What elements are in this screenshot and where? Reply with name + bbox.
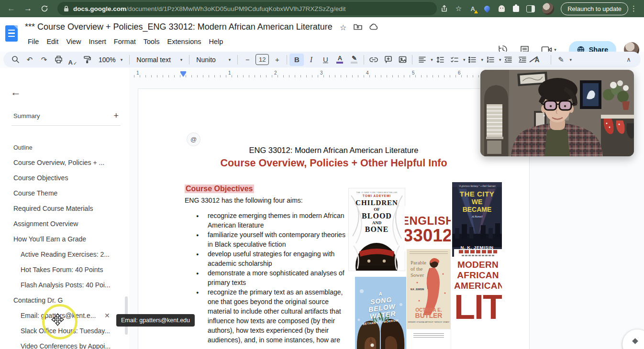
decrease-indent-icon[interactable] xyxy=(501,54,515,66)
book-subtitle: A Novel xyxy=(452,215,502,218)
outline-item[interactable]: Required Course Materials xyxy=(0,201,127,216)
book-quote: “A glorious fantasy.” —Neil Gaiman xyxy=(452,185,502,187)
indent-marker[interactable] xyxy=(180,73,186,77)
outline-item-label: Course Theme xyxy=(13,189,57,197)
document-page[interactable]: @ ENG 33012: Modern African American Lit… xyxy=(138,88,530,349)
book-blurb-author: N.K. JEMISIN xyxy=(411,288,424,291)
editing-mode-pen-icon[interactable]: ✎ xyxy=(554,54,568,66)
clear-formatting-icon[interactable]: A xyxy=(530,54,544,66)
browser-profile-avatar[interactable] xyxy=(542,3,554,15)
insert-link-icon[interactable] xyxy=(366,54,381,66)
browser-menu-icon[interactable]: ⋮ xyxy=(630,4,640,13)
menu-extensions[interactable]: Extensions xyxy=(164,36,205,47)
outline-item-label: Course Overview, Policies + ... xyxy=(13,159,104,166)
share-page-icon[interactable] xyxy=(437,5,452,12)
outline-item[interactable]: Assignment Overview xyxy=(0,216,127,231)
bookmark-star-icon[interactable]: ☆ xyxy=(452,4,466,13)
book-bottom-strip xyxy=(407,329,451,349)
extension-ghost-icon[interactable] xyxy=(497,4,506,13)
docs-toolbar: ↶ ↷ A✓ 100%▾ Normal text▾ Nunito▾ − 12 +… xyxy=(3,52,641,67)
text-color-icon[interactable]: A xyxy=(333,54,347,66)
align-icon[interactable] xyxy=(415,54,429,66)
numbered-list-icon[interactable] xyxy=(483,54,498,66)
outline-item[interactable]: Flash Analysis Posts: 40 Poi... xyxy=(0,277,127,293)
checklist-icon[interactable] xyxy=(447,54,462,66)
menu-tools[interactable]: Tools xyxy=(140,36,164,47)
extensions-puzzle-icon[interactable] xyxy=(511,4,520,13)
doc-heading: Course Overview, Policies + Other Helpfu… xyxy=(138,157,529,169)
outline-item[interactable]: Course Overview, Policies + ... xyxy=(0,155,127,170)
book-cover-children-of-blood-and-bone: THE #1 NEW YORK TIMES BESTSELLER TOMI AD… xyxy=(349,188,405,271)
font-size-input[interactable]: 12 xyxy=(255,54,269,65)
course-title-card: ENGLISH 33012 xyxy=(405,206,451,251)
outline-item[interactable]: Video Conferences by Appoi... xyxy=(0,338,127,349)
hide-menus-icon[interactable]: ∧ xyxy=(622,54,636,66)
close-outline-icon[interactable]: ← xyxy=(11,86,21,98)
ruler-number: 2 xyxy=(274,70,277,76)
webcam-video-overlay[interactable] xyxy=(480,70,634,156)
editing-mode-caret-icon[interactable]: ▾ xyxy=(569,57,572,62)
search-menus-icon[interactable] xyxy=(8,54,22,66)
relaunch-button[interactable]: Relaunch to update xyxy=(561,2,628,15)
bullet-dot-icon: ● xyxy=(196,287,208,345)
menu-help[interactable]: Help xyxy=(205,36,227,47)
star-document-icon[interactable]: ☆ xyxy=(340,23,346,32)
outline-item[interactable]: Course Objectives xyxy=(0,170,127,185)
line-spacing-icon[interactable] xyxy=(433,54,447,66)
extension-drop-icon[interactable] xyxy=(483,4,491,13)
ruler-number: 4 xyxy=(366,70,369,76)
outline-item-label: Video Conferences by Appoi... xyxy=(21,342,111,349)
bullet-item: ●demonstrate a more sophisticated analys… xyxy=(196,268,345,287)
redo-icon[interactable]: ↷ xyxy=(37,54,51,66)
paint-format-icon[interactable] xyxy=(80,54,94,66)
add-summary-icon[interactable]: + xyxy=(113,111,119,121)
side-panel-icon[interactable] xyxy=(526,5,535,12)
insert-image-icon[interactable] xyxy=(395,54,410,66)
browser-reload-icon[interactable] xyxy=(36,5,53,12)
menu-format[interactable]: Format xyxy=(110,36,140,47)
bulleted-list-icon[interactable] xyxy=(465,54,479,66)
url-bar[interactable]: docs.google.com/document/d/1PzX8MwlWh3oK… xyxy=(57,2,437,15)
doc-intro-line: ENG 33012 has the following four aims: xyxy=(185,196,303,204)
ruler-number: 3 xyxy=(320,70,323,76)
document-title[interactable]: *** Course Overview + Policies_ENG 33012… xyxy=(25,22,333,32)
increase-indent-icon[interactable] xyxy=(515,54,530,66)
spellcheck-icon[interactable]: A✓ xyxy=(66,54,80,66)
outline-item[interactable]: Hot Takes Forum: 40 Points xyxy=(0,262,127,277)
font-select[interactable]: Nunito▾ xyxy=(192,56,235,64)
browser-back-icon[interactable]: ← xyxy=(3,0,20,17)
highlight-color-icon[interactable]: ✎ xyxy=(347,54,361,66)
undo-icon[interactable]: ↶ xyxy=(22,54,37,66)
menu-file[interactable]: File xyxy=(24,36,43,47)
docs-logo-icon[interactable] xyxy=(5,25,18,42)
increase-font-icon[interactable]: + xyxy=(270,54,284,66)
remove-outline-item-icon[interactable]: ✕ xyxy=(104,312,110,319)
decrease-font-icon[interactable]: − xyxy=(240,54,255,66)
paragraph-style-select[interactable]: Normal text▾ xyxy=(132,56,187,64)
outline-item[interactable]: Active Reading Exercises: 2... xyxy=(0,247,127,262)
outline-item[interactable]: How You'll Earn a Grade xyxy=(0,231,127,247)
menu-insert[interactable]: Insert xyxy=(85,36,110,47)
at-mention-button[interactable]: @ xyxy=(187,132,200,146)
summary-divider xyxy=(11,125,121,126)
menu-edit[interactable]: Edit xyxy=(43,36,62,47)
explore-icon xyxy=(632,338,638,344)
book-author: TOMI ADEYEMI xyxy=(349,194,405,197)
add-comment-icon[interactable] xyxy=(381,54,395,66)
menu-view[interactable]: View xyxy=(62,36,85,47)
extension-adblock-icon[interactable]: A xyxy=(468,4,477,13)
book-title: THE CITY xyxy=(452,190,502,198)
bold-icon[interactable]: B xyxy=(289,54,304,66)
explore-button[interactable] xyxy=(622,329,644,349)
underline-icon[interactable]: U xyxy=(318,54,333,66)
outline-item-label: Course Objectives xyxy=(13,174,68,182)
move-folder-icon[interactable] xyxy=(354,23,362,32)
bullet-dot-icon: ● xyxy=(196,230,208,249)
zoom-select[interactable]: 100%▾ xyxy=(94,56,127,64)
browser-forward-icon[interactable]: → xyxy=(20,0,36,17)
book-collage-image[interactable]: THE #1 NEW YORK TIMES BESTSELLER TOMI AD… xyxy=(349,181,503,349)
italic-icon[interactable]: I xyxy=(304,54,318,66)
cloud-status-icon[interactable] xyxy=(369,23,378,32)
print-icon[interactable] xyxy=(51,54,66,66)
outline-item[interactable]: Course Theme xyxy=(0,185,127,201)
